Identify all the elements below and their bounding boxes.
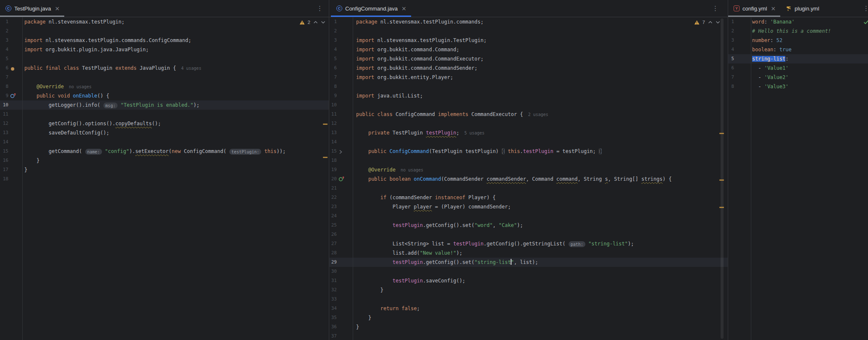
code-text[interactable]: @Overrideno usages <box>356 165 423 175</box>
line-number[interactable]: 17 <box>0 165 8 174</box>
next-warning-icon[interactable] <box>716 21 720 24</box>
tab-plugin-yml[interactable]: plugin.yml <box>780 0 824 17</box>
close-tab-icon[interactable]: × <box>771 5 776 12</box>
code-text[interactable]: public boolean onCommand(CommandSender c… <box>356 174 671 184</box>
line-number[interactable]: 8 <box>0 82 8 91</box>
line-number[interactable]: 11 <box>0 110 8 119</box>
line-number[interactable]: 10 <box>329 100 337 110</box>
tab-options-icon[interactable]: ⋮ <box>863 3 868 14</box>
line-number[interactable]: 4 <box>0 45 8 54</box>
code-text[interactable]: saveDefaultConfig(); <box>24 128 109 137</box>
line-number[interactable]: 4 <box>329 45 337 54</box>
code-text[interactable]: list.add("New value!"); <box>356 248 462 258</box>
tab-options-icon[interactable]: ⋮ <box>317 3 323 14</box>
close-tab-icon[interactable]: × <box>401 5 406 12</box>
line-number[interactable]: 15 <box>329 147 337 156</box>
code-text[interactable]: testPlugin.getConfig().set("word", "Cake… <box>356 221 523 230</box>
code-text[interactable]: } <box>356 285 383 295</box>
line-number[interactable]: 27 <box>329 239 337 248</box>
line-number[interactable]: 3 <box>0 36 8 45</box>
line-number[interactable]: 13 <box>0 128 8 137</box>
code-text[interactable]: @Overrideno usages <box>24 82 92 92</box>
plugin-dot-icon[interactable] <box>10 65 16 71</box>
line-number[interactable]: 30 <box>329 267 337 276</box>
line-number[interactable]: 4 <box>728 45 734 54</box>
code-text[interactable]: public void onEnable() { <box>24 91 109 100</box>
line-number[interactable]: 22 <box>329 193 337 202</box>
line-number[interactable]: 24 <box>329 211 337 221</box>
line-number[interactable]: 32 <box>329 285 337 295</box>
code-text[interactable]: testPlugin.getConfig().set("string-list"… <box>356 258 538 267</box>
code-text[interactable]: - 'Value3' <box>752 82 789 91</box>
code-editor-testplugin[interactable]: 1package nl.stevensmax.testPlugin;23impo… <box>0 17 329 340</box>
line-number[interactable]: 36 <box>329 322 337 332</box>
line-number[interactable]: 19 <box>329 165 337 174</box>
code-editor-configcommand[interactable]: 1package nl.stevensmax.testPlugin.comman… <box>329 17 728 340</box>
code-text[interactable]: } <box>24 156 39 165</box>
line-number[interactable]: 5 <box>329 54 337 63</box>
code-text[interactable]: private TestPlugin testPlugin;5 usages <box>356 128 485 138</box>
override-up-icon[interactable] <box>10 92 16 99</box>
line-number[interactable]: 6 <box>329 63 337 73</box>
code-text[interactable]: package nl.stevensmax.testPlugin.command… <box>356 17 483 26</box>
code-text[interactable]: } <box>356 313 371 322</box>
line-number[interactable]: 7 <box>0 73 8 82</box>
line-number[interactable]: 14 <box>329 137 337 147</box>
line-number[interactable]: 14 <box>0 137 8 147</box>
line-number[interactable]: 21 <box>329 184 337 193</box>
line-number[interactable]: 5 <box>728 54 734 63</box>
line-number[interactable]: 8 <box>329 82 337 91</box>
line-number[interactable]: 33 <box>329 295 337 304</box>
line-number[interactable]: 6 <box>728 63 734 73</box>
line-number[interactable]: 29 <box>329 258 337 267</box>
line-number[interactable]: 18 <box>0 174 8 184</box>
code-text[interactable]: package nl.stevensmax.testPlugin; <box>24 17 124 26</box>
close-tab-icon[interactable]: × <box>55 5 60 12</box>
line-number[interactable]: 35 <box>329 313 337 322</box>
line-number[interactable]: 23 <box>329 202 337 211</box>
code-text[interactable]: import nl.stevensmax.testPlugin.TestPlug… <box>356 36 487 45</box>
code-text[interactable]: # Hello this is a comment! <box>752 26 831 36</box>
code-text[interactable]: - 'Value2' <box>752 73 789 82</box>
line-number[interactable]: 2 <box>728 26 734 36</box>
line-number[interactable]: 34 <box>329 304 337 313</box>
code-text[interactable]: import nl.stevensmax.testPlugin.commands… <box>24 36 191 45</box>
line-number[interactable]: 26 <box>329 230 337 239</box>
line-number[interactable]: 10 <box>0 100 8 110</box>
line-number[interactable]: 8 <box>728 82 734 91</box>
line-number[interactable]: 12 <box>329 119 337 128</box>
code-text[interactable]: boolean: true <box>752 45 792 54</box>
line-number[interactable]: 1 <box>0 17 8 26</box>
code-text[interactable]: import org.bukkit.plugin.java.JavaPlugin… <box>24 45 149 54</box>
code-text[interactable]: import org.bukkit.command.CommandSender; <box>356 63 477 73</box>
code-text[interactable]: Player player = (Player) commandSender; <box>356 202 511 211</box>
line-number[interactable]: 11 <box>329 110 337 119</box>
code-text[interactable]: getLogger().info( msg: "TestPlugin is en… <box>24 100 199 110</box>
line-number[interactable]: 7 <box>329 73 337 82</box>
vertical-scrollbar[interactable] <box>721 18 724 339</box>
code-editor-config-yml[interactable]: 1word: 'Banana'2# Hello this is a commen… <box>728 17 868 340</box>
prev-warning-icon[interactable] <box>313 21 318 24</box>
line-number[interactable]: 3 <box>329 36 337 45</box>
code-text[interactable]: public ConfigCommand(TestPlugin testPlug… <box>356 147 602 156</box>
prev-warning-icon[interactable] <box>708 21 713 24</box>
tab-configcommand-java[interactable]: C ConfigCommand.java × <box>331 0 411 17</box>
code-text[interactable]: } <box>24 165 27 174</box>
line-number[interactable]: 1 <box>329 17 337 26</box>
line-number[interactable]: 16 <box>0 156 8 165</box>
code-text[interactable]: public class ConfigCommand implements Co… <box>356 110 548 119</box>
line-number[interactable]: 2 <box>0 26 8 36</box>
code-text[interactable]: getCommand( name: "config").setExecutor(… <box>24 147 286 156</box>
implements-up-icon[interactable] <box>338 176 345 182</box>
line-number[interactable]: 3 <box>728 36 734 45</box>
tab-testplugin-java[interactable]: C TestPlugin.java × <box>0 0 64 17</box>
code-text[interactable]: import java.util.List; <box>356 91 423 100</box>
line-number[interactable]: 37 <box>329 332 337 340</box>
line-number[interactable]: 25 <box>329 221 337 230</box>
line-number[interactable]: 1 <box>728 17 734 26</box>
code-text[interactable]: if (commandSender instanceof Player) { <box>356 193 496 202</box>
code-text[interactable]: - 'Value1' <box>752 63 789 73</box>
code-text[interactable]: number: 52 <box>752 36 782 45</box>
code-text[interactable]: import org.bukkit.command.Command; <box>356 45 459 54</box>
line-number[interactable]: 7 <box>728 73 734 82</box>
